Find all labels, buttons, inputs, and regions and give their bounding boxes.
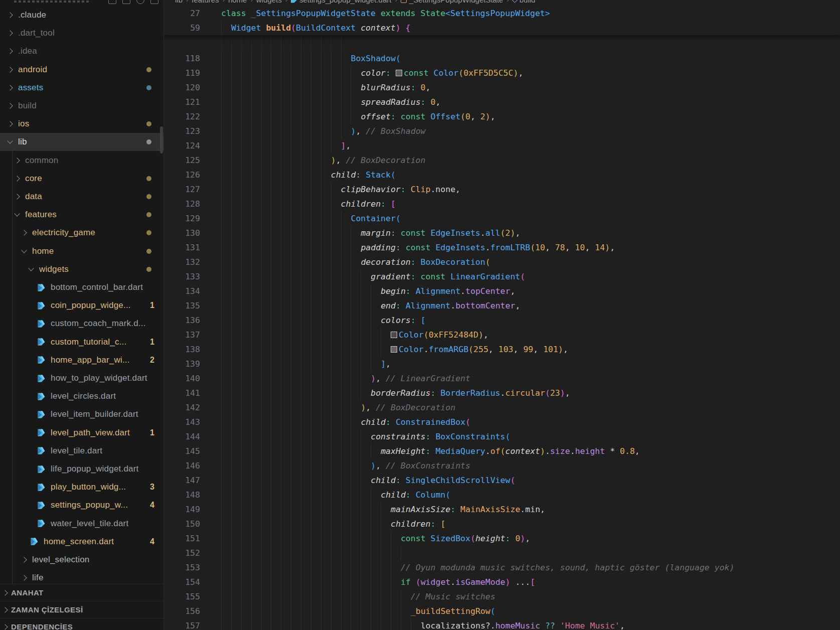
chevron-right-icon[interactable]	[14, 176, 20, 181]
chevron-right-icon[interactable]	[21, 230, 27, 236]
tree-folder-core[interactable]: core	[0, 170, 163, 188]
sidebar-scrollbar[interactable]	[160, 126, 163, 153]
code-line-118[interactable]: 118BoxShadow(	[164, 51, 840, 66]
code-line-136[interactable]: 136colors: [	[164, 313, 840, 328]
code-line-119[interactable]: 119color: const Color(0xFF5D5C5C),	[164, 66, 840, 80]
chevron-right-icon[interactable]	[21, 557, 27, 562]
code-line-122[interactable]: 122offset: const Offset(0, 2),	[164, 109, 840, 124]
code-line-152[interactable]: 152	[164, 546, 840, 560]
code-line-123[interactable]: 123), // BoxShadow	[164, 124, 840, 138]
code-line-142[interactable]: 142), // BoxDecoration	[164, 400, 840, 415]
code-line-133[interactable]: 133gradient: const LinearGradient(	[164, 269, 840, 284]
code-line-135[interactable]: 135end: Alignment.bottomCenter,	[164, 298, 840, 313]
tree-folder-common[interactable]: common	[0, 151, 163, 170]
code-line-139[interactable]: 139],	[164, 357, 840, 371]
new-file-icon[interactable]	[108, 0, 116, 4]
tree-folder-level_selection[interactable]: level_selection	[0, 551, 163, 569]
code-line-147[interactable]: 147child: SingleChildScrollView(	[164, 473, 840, 488]
code-line-156[interactable]: 156_buildSettingRow(	[164, 604, 840, 618]
tree-file-level_path_view.dart[interactable]: level_path_view.dart1	[0, 424, 163, 442]
tree-folder-assets[interactable]: assets	[0, 79, 163, 97]
tree-folder-data[interactable]: data	[0, 188, 163, 206]
chevron-right-icon[interactable]	[7, 49, 13, 54]
code-line-138[interactable]: 138Color.fromARGB(255, 103, 99, 101),	[164, 342, 840, 357]
code-line-146[interactable]: 146), // BoxConstraints	[164, 458, 840, 473]
tree-file-settings_popup_w...[interactable]: settings_popup_w...4	[0, 496, 163, 514]
section-header-dependenc-es[interactable]: DEPENDENCİES	[0, 618, 163, 630]
code-line-130[interactable]: 130margin: const EdgeInsets.all(2),	[164, 226, 840, 240]
new-folder-icon[interactable]	[122, 0, 130, 4]
code-line-153[interactable]: 153// Oyun modunda music switches, sound…	[164, 560, 840, 575]
tree-folder-.dart_tool[interactable]: .dart_tool	[0, 24, 163, 42]
chevron-right-icon[interactable]	[2, 590, 8, 595]
code-line-59[interactable]: 59Widget build(BuildContext context) {	[164, 21, 840, 35]
code-line-155[interactable]: 155// Music switches	[164, 589, 840, 604]
code-line[interactable]	[164, 37, 840, 51]
tree-file-play_button_widg...[interactable]: play_button_widg...3	[0, 478, 163, 496]
section-header-anahat[interactable]: ANAHAT	[0, 584, 163, 601]
chevron-right-icon[interactable]	[7, 12, 13, 18]
tree-folder-home[interactable]: home	[0, 242, 163, 260]
code-line-128[interactable]: 128children: [	[164, 197, 840, 211]
tree-folder-electricity_game[interactable]: electricity_game	[0, 224, 163, 242]
code-line-143[interactable]: 143child: ConstrainedBox(	[164, 415, 840, 429]
code-line-125[interactable]: 125), // BoxDecoration	[164, 153, 840, 168]
code-line-151[interactable]: 151const SizedBox(height: 0),	[164, 531, 840, 546]
code-line-157[interactable]: 157localizations?.homeMusic ?? 'Home Mus…	[164, 618, 840, 630]
tree-file-custom_tutorial_c...[interactable]: custom_tutorial_c...1	[0, 333, 163, 351]
code-line-148[interactable]: 148child: Column(	[164, 488, 840, 502]
tree-folder-ios[interactable]: ios	[0, 115, 163, 133]
chevron-right-icon[interactable]	[14, 158, 20, 163]
code-line-144[interactable]: 144constraints: BoxConstraints(	[164, 429, 840, 444]
tree-file-how_to_play_widget.dart[interactable]: how_to_play_widget.dart	[0, 369, 163, 387]
tree-file-home_screen.dart[interactable]: home_screen.dart4	[0, 533, 163, 551]
tree-folder-android[interactable]: android	[0, 61, 163, 79]
tree-folder-lib[interactable]: lib	[0, 133, 163, 151]
code-line-126[interactable]: 126child: Stack(	[164, 168, 840, 182]
code-line-154[interactable]: 154if (widget.isGameMode) ...[	[164, 575, 840, 589]
tree-file-custom_coach_mark.d...[interactable]: custom_coach_mark.d...	[0, 314, 163, 333]
refresh-icon[interactable]	[136, 0, 144, 4]
tree-file-level_item_builder.dart[interactable]: level_item_builder.dart	[0, 405, 163, 423]
tree-file-level_circles.dart[interactable]: level_circles.dart	[0, 387, 163, 405]
code-line-127[interactable]: 127clipBehavior: Clip.none,	[164, 182, 840, 197]
chevron-right-icon[interactable]	[21, 575, 27, 581]
tree-folder-.claude[interactable]: .claude	[0, 6, 163, 24]
tree-file-bottom_control_bar.dart[interactable]: bottom_control_bar.dart	[0, 278, 163, 296]
code-line-27[interactable]: 27class _SettingsPopupWidgetState extend…	[164, 6, 840, 21]
section-header-zaman-zelges-[interactable]: ZAMAN ÇİZELGESİ	[0, 601, 163, 618]
tree-folder-widgets[interactable]: widgets	[0, 260, 163, 278]
chevron-down-icon[interactable]	[14, 211, 20, 217]
code-line-134[interactable]: 134begin: Alignment.topCenter,	[164, 284, 840, 298]
code-line-141[interactable]: 141borderRadius: BorderRadius.circular(2…	[164, 386, 840, 400]
tree-file-level_tile.dart[interactable]: level_tile.dart	[0, 442, 163, 460]
chevron-right-icon[interactable]	[2, 624, 8, 629]
chevron-right-icon[interactable]	[14, 194, 20, 199]
tree-file-home_app_bar_wi...[interactable]: home_app_bar_wi...2	[0, 351, 163, 369]
tree-folder-build[interactable]: build	[0, 97, 163, 115]
code-line-145[interactable]: 145maxHeight: MediaQuery.of(context).siz…	[164, 444, 840, 458]
chevron-down-icon[interactable]	[21, 247, 27, 253]
code-line-131[interactable]: 131padding: const EdgeInsets.fromLTRB(10…	[164, 240, 840, 255]
code-line-120[interactable]: 120blurRadius: 0,	[164, 80, 840, 95]
tree-file-life_popup_widget.dart[interactable]: life_popup_widget.dart	[0, 460, 163, 478]
tree-file-water_level_tile.dart[interactable]: water_level_tile.dart	[0, 515, 163, 533]
chevron-down-icon[interactable]	[7, 138, 13, 144]
code-line-149[interactable]: 149mainAxisSize: MainAxisSize.min,	[164, 502, 840, 517]
code-line-124[interactable]: 124],	[164, 138, 840, 153]
code-line-129[interactable]: 129Container(	[164, 211, 840, 226]
chevron-right-icon[interactable]	[7, 103, 13, 108]
collapse-all-icon[interactable]	[150, 0, 158, 4]
chevron-down-icon[interactable]	[28, 265, 34, 271]
tree-file-coin_popup_widge...[interactable]: coin_popup_widge...1	[0, 296, 163, 314]
chevron-right-icon[interactable]	[7, 31, 13, 36]
code-line-137[interactable]: 137Color(0xFF52484D),	[164, 328, 840, 342]
code-line-150[interactable]: 150children: [	[164, 517, 840, 531]
code-line-140[interactable]: 140), // LinearGradient	[164, 371, 840, 386]
tree-folder-features[interactable]: features	[0, 206, 163, 224]
chevron-right-icon[interactable]	[2, 607, 8, 612]
chevron-right-icon[interactable]	[7, 121, 13, 127]
code-line-132[interactable]: 132decoration: BoxDecoration(	[164, 255, 840, 269]
tree-folder-.idea[interactable]: .idea	[0, 42, 163, 60]
code-line-121[interactable]: 121spreadRadius: 0,	[164, 95, 840, 109]
